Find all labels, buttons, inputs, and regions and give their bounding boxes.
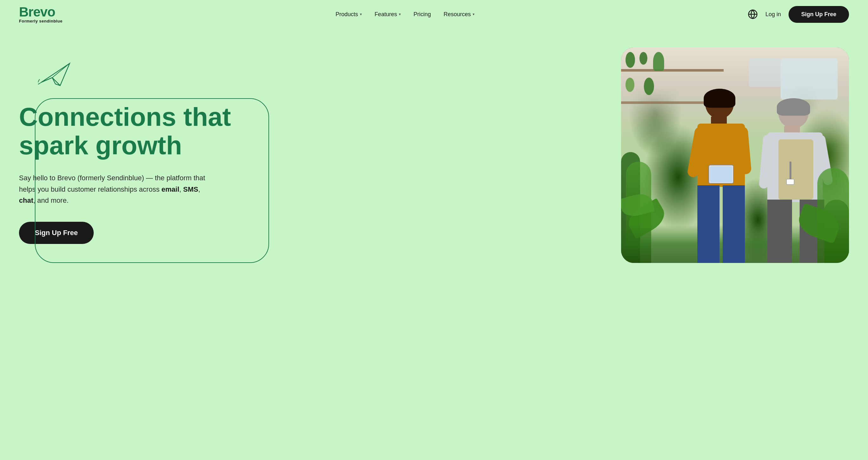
resources-label: Resources: [443, 11, 471, 18]
login-link[interactable]: Log in: [766, 11, 781, 18]
person1: [689, 89, 753, 263]
hero-signup-button[interactable]: Sign Up Free: [19, 222, 94, 244]
nav-item-pricing[interactable]: Pricing: [413, 11, 431, 18]
photo-overlay: [621, 48, 849, 263]
products-label: Products: [336, 11, 358, 18]
sms-bold: SMS: [183, 185, 198, 193]
hero-image: [621, 48, 849, 263]
paper-plane-icon: [38, 60, 76, 89]
hero-description: Say hello to Brevo (formerly Sendinblue)…: [19, 172, 215, 206]
hero-section: Connections that spark growth Say hello …: [0, 29, 868, 460]
nav-signup-button[interactable]: Sign Up Free: [788, 6, 849, 23]
brand-subtitle: Formerly sendinblue: [19, 19, 62, 24]
nav-item-features[interactable]: Features ▾: [374, 11, 401, 18]
chevron-down-icon: ▾: [399, 12, 401, 17]
nav-links: Products ▾ Features ▾ Pricing Resources …: [336, 11, 474, 18]
paper-plane-wrapper: [38, 60, 475, 90]
pricing-label: Pricing: [413, 11, 431, 18]
chat-bold: chat: [19, 196, 33, 204]
email-bold: email: [161, 185, 179, 193]
navbar: Brevo Formerly sendinblue Products ▾ Fea…: [0, 0, 868, 29]
chevron-down-icon: ▾: [473, 12, 474, 17]
hero-left: Connections that spark growth Say hello …: [19, 48, 475, 244]
hero-title: Connections that spark growth: [19, 103, 234, 160]
globe-icon[interactable]: [748, 9, 758, 19]
chevron-down-icon: ▾: [360, 12, 362, 17]
hero-right: [475, 48, 849, 263]
logo[interactable]: Brevo Formerly sendinblue: [19, 5, 62, 24]
nav-item-products[interactable]: Products ▾: [336, 11, 362, 18]
brand-name: Brevo: [19, 5, 62, 19]
features-label: Features: [374, 11, 397, 18]
nav-right: Log in Sign Up Free: [748, 6, 849, 23]
nav-item-resources[interactable]: Resources ▾: [443, 11, 474, 18]
